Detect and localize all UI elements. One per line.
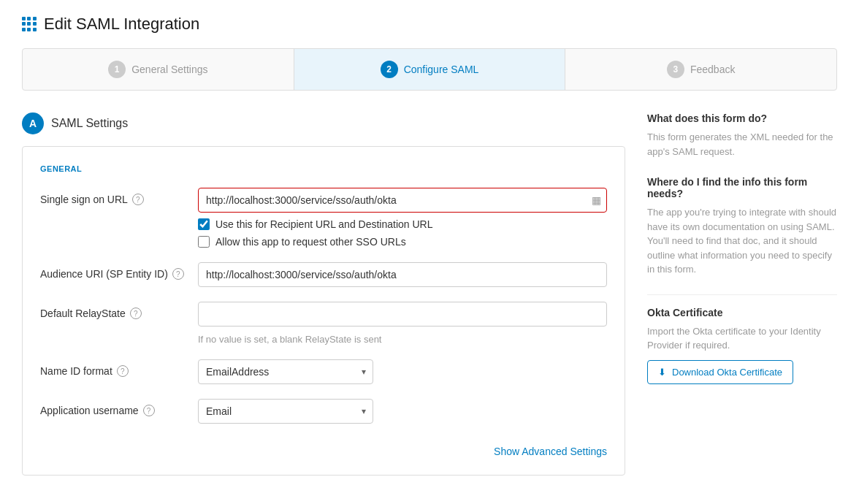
- relay-state-input[interactable]: [198, 302, 607, 327]
- audience-uri-label: Audience URI (SP Entity ID): [40, 268, 168, 280]
- step-2-label: Configure SAML: [404, 64, 479, 75]
- step-2-circle: 2: [381, 61, 398, 78]
- sso-url-input[interactable]: [198, 188, 607, 213]
- sso-url-label-col: Single sign on URL ?: [40, 188, 186, 205]
- section-badge: A: [22, 112, 44, 134]
- relay-state-label: Default RelayState: [40, 308, 126, 319]
- application-username-label: Application username: [40, 405, 139, 416]
- step-nav: 1 General Settings 2 Configure SAML 3 Fe…: [22, 48, 837, 91]
- other-sso-checkbox-label: Allow this app to request other SSO URLs: [215, 236, 406, 248]
- show-advanced-settings-link[interactable]: Show Advanced Settings: [40, 438, 607, 457]
- audience-uri-input-col: [198, 262, 607, 287]
- audience-uri-row: Audience URI (SP Entity ID) ?: [40, 262, 607, 287]
- relay-state-row: Default RelayState ? If no value is set,…: [40, 302, 607, 345]
- download-certificate-button[interactable]: ⬇ Download Okta Certificate: [647, 360, 793, 384]
- name-id-format-select-wrapper: Unspecified EmailAddress x509SubjectName…: [198, 359, 373, 384]
- general-label: GENERAL: [40, 164, 607, 173]
- sidebar-what-text: This form generates the XML needed for t…: [647, 130, 837, 159]
- audience-uri-label-col: Audience URI (SP Entity ID) ?: [40, 262, 186, 280]
- other-sso-checkbox-row: Allow this app to request other SSO URLs: [198, 236, 607, 248]
- audience-uri-help-icon[interactable]: ?: [172, 268, 184, 280]
- recipient-url-checkbox[interactable]: [198, 218, 210, 230]
- step-1-label: General Settings: [131, 64, 207, 75]
- download-btn-label: Download Okta Certificate: [672, 367, 782, 378]
- name-id-format-input-col: Unspecified EmailAddress x509SubjectName…: [198, 359, 607, 384]
- name-id-format-select[interactable]: Unspecified EmailAddress x509SubjectName…: [198, 359, 373, 384]
- sidebar-where-find-info: Where do I find the info this form needs…: [647, 176, 837, 277]
- sidebar-what-does-form-do: What does this form do? This form genera…: [647, 112, 837, 159]
- single-sign-on-url-row: Single sign on URL ? ▦ Use this for Reci…: [40, 188, 607, 248]
- page-wrapper: Edit SAML Integration 1 General Settings…: [0, 0, 859, 504]
- application-username-select-wrapper: Okta username Email Custom ▾: [198, 399, 373, 424]
- step-general-settings[interactable]: 1 General Settings: [23, 49, 294, 90]
- application-username-label-col: Application username ?: [40, 399, 186, 416]
- relay-state-input-col: If no value is set, a blank RelayState i…: [198, 302, 607, 345]
- page-title: Edit SAML Integration: [44, 15, 199, 34]
- relay-state-help-icon[interactable]: ?: [130, 308, 142, 319]
- sso-url-help-icon[interactable]: ?: [132, 194, 144, 205]
- page-title-row: Edit SAML Integration: [22, 15, 837, 34]
- sidebar-where-heading: Where do I find the info this form needs…: [647, 176, 837, 199]
- sidebar-what-heading: What does this form do?: [647, 112, 837, 124]
- relay-state-label-col: Default RelayState ?: [40, 302, 186, 319]
- audience-uri-input[interactable]: [198, 262, 607, 287]
- application-username-help-icon[interactable]: ?: [143, 405, 155, 416]
- other-sso-checkbox[interactable]: [198, 236, 210, 248]
- sidebar-where-text: The app you're trying to integrate with …: [647, 205, 837, 277]
- relay-state-hint: If no value is set, a blank RelayState i…: [198, 334, 607, 345]
- recipient-url-checkbox-label: Use this for Recipient URL and Destinati…: [215, 218, 433, 230]
- sso-url-input-wrapper: ▦: [198, 188, 607, 213]
- name-id-format-label: Name ID format: [40, 365, 112, 377]
- sidebar-okta-certificate: Okta Certificate Import the Okta certifi…: [647, 307, 837, 384]
- grid-icon: [22, 17, 37, 31]
- step-1-circle: 1: [108, 61, 126, 78]
- copy-icon[interactable]: ▦: [592, 194, 601, 206]
- application-username-row: Application username ? Okta username Ema…: [40, 399, 607, 424]
- sidebar-cert-heading: Okta Certificate: [647, 307, 837, 318]
- recipient-url-checkbox-row: Use this for Recipient URL and Destinati…: [198, 218, 607, 230]
- step-configure-saml[interactable]: 2 Configure SAML: [294, 49, 566, 90]
- sso-url-label: Single sign on URL: [40, 194, 128, 205]
- sso-url-input-col: ▦ Use this for Recipient URL and Destina…: [198, 188, 607, 248]
- application-username-input-col: Okta username Email Custom ▾: [198, 399, 607, 424]
- step-3-circle: 3: [667, 61, 684, 78]
- main-layout: A SAML Settings GENERAL Single sign on U…: [22, 112, 837, 476]
- section-title: SAML Settings: [51, 117, 128, 130]
- step-feedback[interactable]: 3 Feedback: [565, 49, 836, 90]
- name-id-format-help-icon[interactable]: ?: [117, 365, 129, 377]
- section-header: A SAML Settings: [22, 112, 625, 134]
- name-id-format-row: Name ID format ? Unspecified EmailAddres…: [40, 359, 607, 384]
- main-content: A SAML Settings GENERAL Single sign on U…: [22, 112, 625, 476]
- application-username-select[interactable]: Okta username Email Custom: [198, 399, 373, 424]
- form-card: GENERAL Single sign on URL ? ▦: [22, 146, 625, 476]
- name-id-format-label-col: Name ID format ?: [40, 359, 186, 377]
- sidebar-divider: [647, 294, 837, 295]
- sidebar-cert-text: Import the Okta certificate to your Iden…: [647, 324, 837, 353]
- step-3-label: Feedback: [690, 64, 735, 75]
- download-icon: ⬇: [658, 367, 666, 378]
- sidebar: What does this form do? This form genera…: [647, 112, 837, 476]
